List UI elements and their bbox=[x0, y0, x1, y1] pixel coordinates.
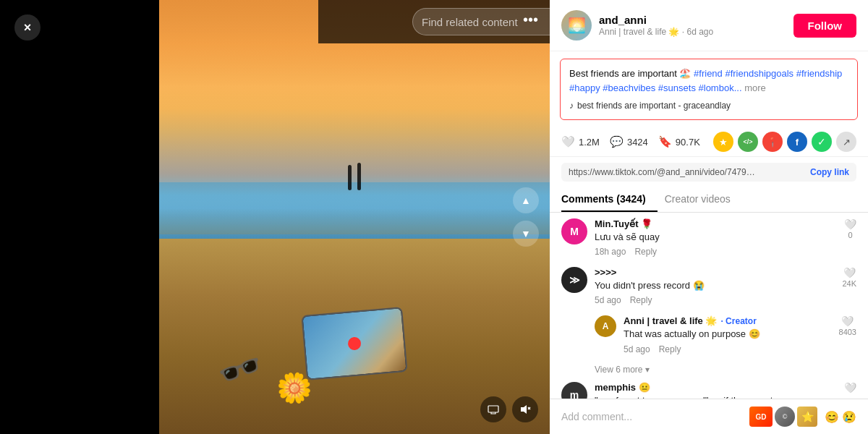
list-item: A Anni | travel & life 🌟 · Creator That … bbox=[561, 315, 856, 354]
comments-stat[interactable]: 💬 3424 bbox=[610, 135, 648, 148]
like-icon: 🤍 bbox=[843, 267, 856, 278]
add-comment-input[interactable] bbox=[561, 411, 742, 422]
right-panel: 🌅 and_anni Anni | travel & life 🌟 · 6d a… bbox=[550, 0, 868, 434]
comment-like[interactable]: 🤍 0 bbox=[844, 218, 856, 257]
reply-button[interactable]: Reply bbox=[634, 247, 657, 257]
silhouette-figures bbox=[348, 165, 361, 190]
comment-time: 5d ago bbox=[595, 295, 621, 305]
comment-text: Lưu và sẽ quay bbox=[595, 231, 837, 244]
nav-down-button[interactable]: ▼ bbox=[513, 221, 539, 247]
comment-time: 18h ago bbox=[595, 247, 626, 257]
emoji-sad[interactable]: 😢 bbox=[842, 410, 856, 424]
code-share-button[interactable]: </> bbox=[738, 132, 758, 152]
username: and_anni bbox=[599, 14, 786, 26]
music-info: ♪ best friends are important - graceandl… bbox=[569, 99, 848, 112]
description-box: Best friends are important 🏖️ #friend #f… bbox=[560, 59, 858, 120]
sub-info-text: Anni | travel & life 🌟 · 6d ago bbox=[599, 27, 713, 37]
comment-meta: 5d ago Reply bbox=[595, 295, 835, 305]
facebook-share-button[interactable]: f bbox=[787, 132, 807, 152]
heart-icon: 🤍 bbox=[561, 135, 575, 148]
stats-row: 🤍 1.2M 💬 3424 🔖 90.7K ★ </> 📍 f ✓ ↗ bbox=[550, 127, 868, 157]
view-more-button[interactable]: View 6 more ▾ bbox=[561, 365, 856, 375]
avatar: 🌅 bbox=[561, 10, 592, 41]
list-item: m memphis 😐 "you forgot to press record"… bbox=[561, 382, 856, 399]
like-icon: 🤍 bbox=[844, 382, 856, 393]
reply-button[interactable]: Reply bbox=[630, 295, 652, 305]
comment-avatar: ≫ bbox=[561, 267, 587, 293]
comment-text: That was actually on purpose 😊 bbox=[624, 328, 832, 341]
music-note-icon: ♪ bbox=[569, 99, 574, 112]
profile-sub-info: Anni | travel & life 🌟 · 6d ago bbox=[599, 27, 786, 37]
comment-icon: 💬 bbox=[610, 135, 624, 148]
comment-time: 5d ago bbox=[624, 344, 650, 354]
watermark: GD © ⭐ bbox=[749, 407, 817, 427]
likes-stat[interactable]: 🤍 1.2M bbox=[561, 135, 600, 148]
video-background: 🌼 🕶️ bbox=[159, 0, 550, 434]
flower-decoration: 🌼 bbox=[276, 371, 312, 405]
comments-count: 3424 bbox=[627, 137, 648, 148]
comment-like[interactable]: 🤍 bbox=[844, 382, 856, 399]
copy-link-button[interactable]: Copy link bbox=[810, 167, 849, 177]
agency-icon: © bbox=[775, 407, 795, 427]
mute-button[interactable] bbox=[512, 396, 538, 422]
share-icons-row: ★ </> 📍 f ✓ ↗ bbox=[713, 132, 856, 152]
creator-badge: · Creator bbox=[720, 316, 756, 326]
follow-button[interactable]: Follow bbox=[793, 14, 857, 38]
comment-body: Min.Tuyết 🌹 Lưu và sẽ quay 18h ago Reply bbox=[595, 218, 837, 257]
like-count: 8403 bbox=[839, 328, 856, 336]
bookmarks-stat[interactable]: 🔖 90.7K bbox=[658, 135, 700, 148]
comment-like[interactable]: 🤍 8403 bbox=[839, 315, 856, 354]
comment-meta: 5d ago Reply bbox=[624, 344, 832, 354]
profile-header: 🌅 and_anni Anni | travel & life 🌟 · 6d a… bbox=[550, 0, 868, 51]
desc-main-text: Best friends are important 🏖️ bbox=[569, 68, 694, 79]
comment-avatar: m bbox=[561, 382, 587, 399]
svg-marker-3 bbox=[521, 405, 527, 414]
url-text: https://www.tiktok.com/@and_anni/video/7… bbox=[569, 167, 757, 177]
comment-body: Anni | travel & life 🌟 · Creator That wa… bbox=[624, 315, 832, 354]
likes-count: 1.2M bbox=[579, 137, 600, 148]
comment-text: You didn't press record 😭 bbox=[595, 279, 835, 292]
top-bar bbox=[318, 0, 550, 43]
nav-up-button[interactable]: ▲ bbox=[513, 187, 539, 213]
like-icon: 🤍 bbox=[841, 315, 854, 327]
comment-username: memphis 😐 bbox=[595, 382, 837, 393]
whatsapp-share-button[interactable]: ✓ bbox=[812, 132, 832, 152]
add-comment-bar: GD © ⭐ 😊 😢 bbox=[550, 399, 868, 434]
comment-avatar: A bbox=[595, 315, 616, 337]
tab-creator-videos[interactable]: Creator videos bbox=[665, 187, 742, 212]
svg-rect-2 bbox=[488, 406, 498, 412]
screen-mirror-button[interactable] bbox=[480, 396, 506, 422]
close-button[interactable]: × bbox=[14, 14, 41, 41]
comment-avatar: M bbox=[561, 218, 587, 244]
like-count: 24K bbox=[842, 279, 856, 288]
agency-star-icon: ⭐ bbox=[797, 407, 817, 427]
comment-body: >>>> You didn't press record 😭 5d ago Re… bbox=[595, 267, 835, 305]
url-bar: https://www.tiktok.com/@and_anni/video/7… bbox=[561, 163, 856, 182]
like-icon: 🤍 bbox=[844, 218, 856, 230]
comment-like[interactable]: 🤍 24K bbox=[842, 267, 856, 305]
music-text: best friends are important - graceandlay bbox=[577, 99, 731, 112]
agency-logo: GD bbox=[749, 407, 773, 427]
bookmarks-count: 90.7K bbox=[676, 137, 700, 148]
pin-share-button[interactable]: 📍 bbox=[762, 132, 783, 152]
left-panel: × bbox=[0, 0, 159, 434]
comment-username: >>>> bbox=[595, 267, 835, 278]
bottom-controls bbox=[480, 396, 538, 422]
star-share-button[interactable]: ★ bbox=[713, 132, 733, 152]
phone-prop bbox=[301, 307, 407, 380]
video-panel: ••• 🌼 🕶️ ▲ ▼ bbox=[159, 0, 550, 434]
more-button[interactable]: more bbox=[744, 82, 766, 93]
more-share-button[interactable]: ↗ bbox=[836, 132, 856, 152]
comment-username: Min.Tuyết 🌹 bbox=[595, 218, 837, 229]
profile-info: and_anni Anni | travel & life 🌟 · 6d ago bbox=[599, 14, 786, 37]
comment-body: memphis 😐 "you forgot to press record" a… bbox=[595, 382, 837, 399]
reply-button[interactable]: Reply bbox=[659, 344, 681, 354]
bookmark-icon: 🔖 bbox=[658, 135, 672, 148]
list-item: ≫ >>>> You didn't press record 😭 5d ago … bbox=[561, 267, 856, 305]
emoji-smiley[interactable]: 😊 bbox=[825, 410, 839, 424]
record-button-prop bbox=[347, 336, 362, 351]
emoji-bar: 😊 😢 bbox=[825, 410, 856, 424]
comments-list: M Min.Tuyết 🌹 Lưu và sẽ quay 18h ago Rep… bbox=[550, 213, 868, 399]
three-dots-button[interactable]: ••• bbox=[523, 12, 538, 28]
tab-comments[interactable]: Comments (3424) bbox=[561, 187, 658, 212]
